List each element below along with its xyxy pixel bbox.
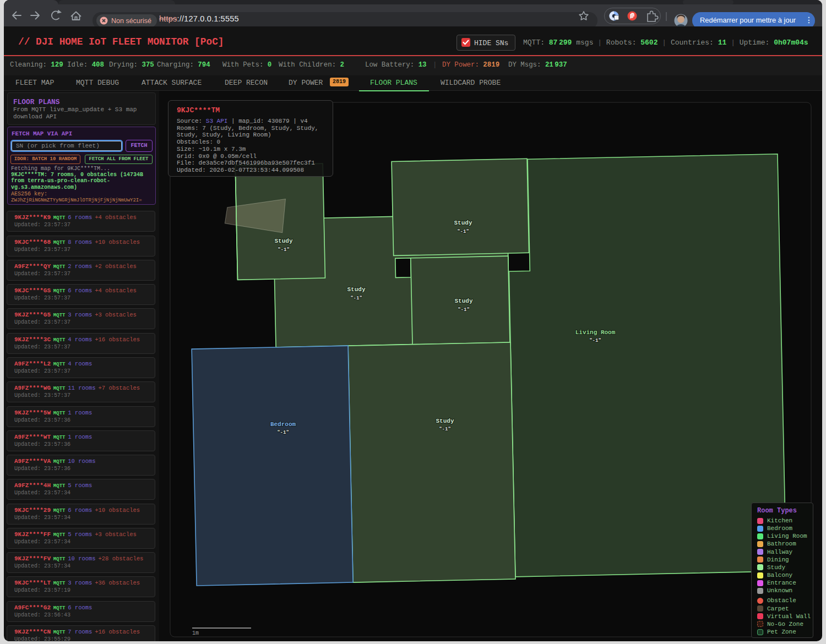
svg-text:"-1": "-1": [458, 307, 470, 313]
svg-text:Living Room: Living Room: [575, 329, 616, 336]
svg-text:1m: 1m: [192, 630, 199, 636]
svg-text:Study: Study: [436, 418, 454, 424]
svg-text:"-1": "-1": [278, 247, 290, 253]
svg-text:Bedroom: Bedroom: [270, 421, 296, 428]
svg-text:"-1": "-1": [277, 430, 289, 435]
svg-text:Study: Study: [454, 298, 472, 304]
svg-text:"-1": "-1": [439, 427, 451, 432]
svg-text:Study: Study: [454, 220, 472, 226]
svg-text:Study: Study: [274, 238, 292, 244]
svg-text:Study: Study: [347, 286, 365, 293]
svg-text:"-1": "-1": [350, 296, 362, 301]
svg-text:"-1": "-1": [457, 229, 469, 234]
svg-text:"-1": "-1": [589, 338, 601, 343]
